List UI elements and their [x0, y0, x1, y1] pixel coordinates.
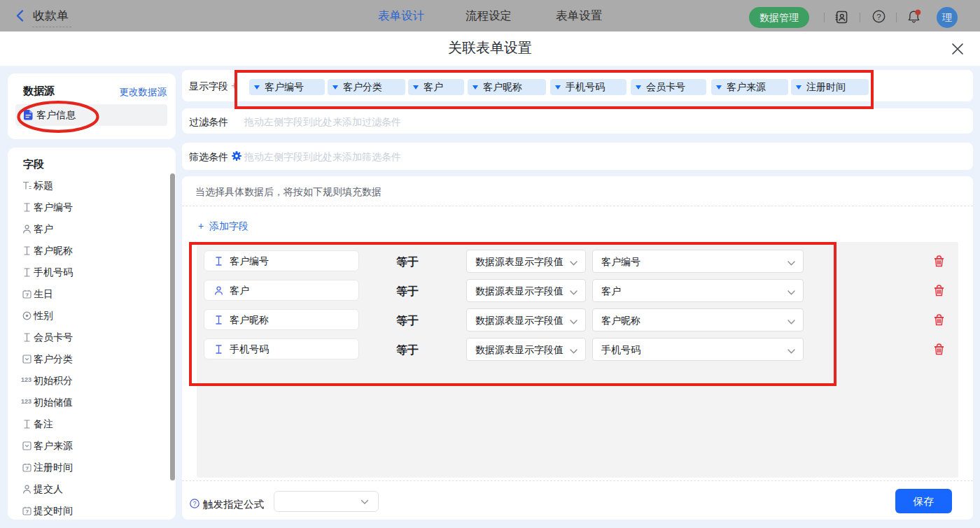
svg-text:?: ? — [876, 13, 881, 21]
svg-text:?: ? — [192, 500, 196, 507]
